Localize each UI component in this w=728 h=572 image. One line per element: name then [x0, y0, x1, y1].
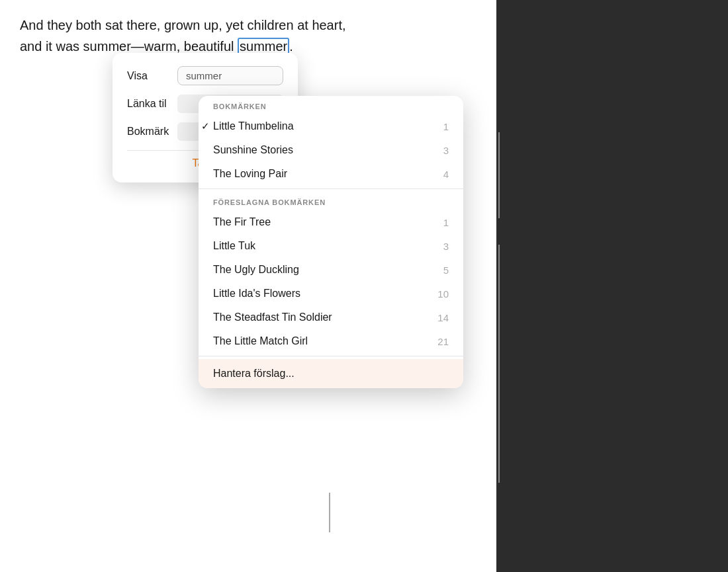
- list-item[interactable]: The Little Match Girl 21: [199, 329, 463, 353]
- item-label: The Steadfast Tin Soldier: [213, 311, 431, 323]
- item-number: 1: [443, 121, 449, 132]
- item-label: The Little Match Girl: [213, 335, 431, 347]
- item-number: 4: [443, 169, 449, 180]
- check-icon: ✓: [201, 120, 210, 132]
- text-line2: and it was summer—warm, beautiful: [20, 39, 238, 54]
- bracket-2: [498, 245, 500, 483]
- right-panel-background: [496, 0, 728, 572]
- manage-divider: [199, 356, 463, 356]
- lanka-label: Länka til: [127, 98, 167, 110]
- item-number: 21: [437, 336, 449, 347]
- item-label: Little Tuk: [213, 240, 437, 252]
- section1-header: BOKMÄRKEN: [199, 96, 463, 114]
- connector-line: [329, 493, 330, 532]
- text-end: .: [289, 39, 293, 54]
- item-number: 3: [443, 145, 449, 156]
- bokmark-label: Bokmärk: [127, 126, 169, 138]
- manage-label: Hantera förslag...: [213, 368, 295, 380]
- list-item[interactable]: The Ugly Duckling 5: [199, 258, 463, 282]
- item-label: The Loving Pair: [213, 168, 437, 180]
- list-item[interactable]: The Steadfast Tin Soldier 14: [199, 306, 463, 329]
- list-item[interactable]: The Loving Pair 4: [199, 162, 463, 186]
- list-item[interactable]: The Fir Tree 1: [199, 210, 463, 234]
- bracket-1: [498, 132, 500, 218]
- item-label: The Fir Tree: [213, 216, 437, 228]
- item-number: 5: [443, 265, 449, 276]
- list-item[interactable]: Sunshine Stories 3: [199, 138, 463, 162]
- item-number: 10: [437, 288, 449, 300]
- section-divider: [199, 188, 463, 189]
- item-label: Little Ida's Flowers: [213, 288, 431, 300]
- list-item[interactable]: ✓ Little Thumbelina 1: [199, 114, 463, 138]
- visa-row: Visa: [127, 66, 283, 85]
- bookmark-dropdown: BOKMÄRKEN ✓ Little Thumbelina 1 Sunshine…: [199, 96, 463, 388]
- list-item[interactable]: Little Tuk 3: [199, 234, 463, 258]
- manage-suggestions-button[interactable]: Hantera förslag...: [199, 359, 463, 388]
- item-label: The Ugly Duckling: [213, 264, 437, 276]
- text-line1: And they both sat there, grown up, yet c…: [20, 18, 346, 32]
- item-number: 3: [443, 241, 449, 252]
- list-item[interactable]: Little Ida's Flowers 10: [199, 282, 463, 306]
- search-input[interactable]: [177, 66, 283, 85]
- item-number: 1: [443, 217, 449, 228]
- item-number: 14: [437, 312, 449, 323]
- item-label: Sunshine Stories: [213, 144, 437, 156]
- section2-header: FÖRESLAGNA BOKMÄRKEN: [199, 192, 463, 210]
- item-label: Little Thumbelina: [213, 120, 437, 132]
- visa-label: Visa: [127, 70, 148, 82]
